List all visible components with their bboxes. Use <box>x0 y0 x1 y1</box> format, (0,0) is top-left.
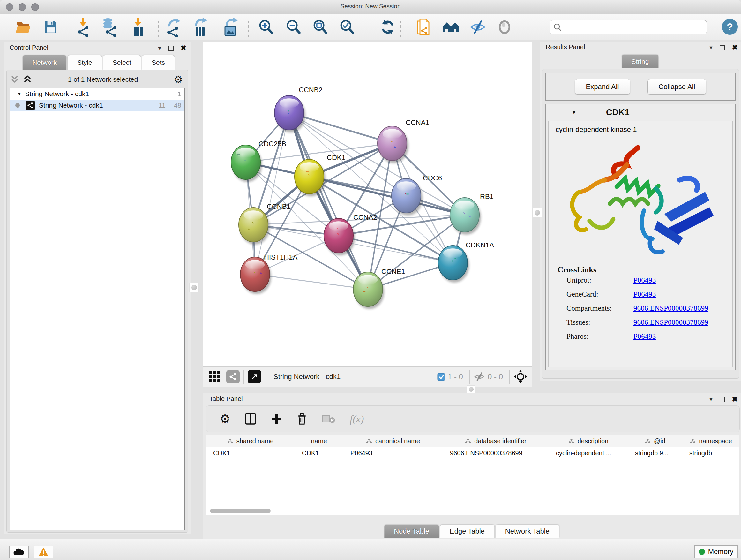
import-network-from-file-button[interactable] <box>73 17 94 37</box>
tab-style[interactable]: Style <box>67 55 102 70</box>
tab-edge-table[interactable]: Edge Table <box>440 524 495 538</box>
collapse-all-icon[interactable] <box>10 75 19 84</box>
selected-checkbox-icon[interactable] <box>437 373 445 381</box>
export-table-button[interactable] <box>190 17 211 37</box>
tab-select[interactable]: Select <box>103 55 141 70</box>
clone-network-button[interactable] <box>413 17 434 37</box>
open-session-button[interactable] <box>13 17 34 37</box>
panel-menu-icon[interactable]: ▾ <box>158 45 161 52</box>
tab-network-table[interactable]: Network Table <box>495 524 559 538</box>
table-cell[interactable]: stringdb <box>682 447 739 459</box>
gear-icon[interactable]: ⚙ <box>174 73 183 85</box>
table-cell[interactable]: 9606.ENSP00000378699 <box>443 447 549 459</box>
network-node-CDC6[interactable]: CDC6 <box>392 174 442 215</box>
float-panel-icon[interactable] <box>168 46 174 51</box>
tab-sets[interactable]: Sets <box>142 55 175 70</box>
crosslink-label: Uniprot: <box>566 276 633 285</box>
horizontal-scrollbar[interactable] <box>210 509 271 513</box>
network-collection-row[interactable]: ▾ String Network - cdk1 1 <box>10 88 185 100</box>
warnings-button[interactable] <box>33 546 53 558</box>
crosslink-link[interactable]: P06493 <box>633 290 656 299</box>
zoom-selected-button[interactable] <box>336 17 357 37</box>
close-panel-icon[interactable]: ✖ <box>732 395 738 403</box>
redraw-network-button[interactable] <box>377 17 398 37</box>
crosslink-link[interactable]: P06493 <box>633 332 656 341</box>
import-table-from-file-button[interactable] <box>128 17 149 37</box>
column-header-canonical-name[interactable]: canonical name <box>343 435 443 447</box>
table-cell[interactable]: cyclin-dependent ... <box>549 447 628 459</box>
tab-string[interactable]: String <box>622 54 659 68</box>
network-node-HIST1H1A[interactable]: HIST1H1A <box>240 253 297 294</box>
hidden-eye-icon[interactable] <box>474 372 485 382</box>
panel-menu-icon[interactable]: ▾ <box>710 396 713 403</box>
svg-text:CDK1: CDK1 <box>327 153 346 162</box>
close-panel-icon[interactable]: ✖ <box>732 44 738 52</box>
tab-network[interactable]: Network <box>22 55 67 70</box>
add-column-icon[interactable] <box>271 413 282 425</box>
left-splitter-handle[interactable] <box>189 283 199 292</box>
tab-node-table[interactable]: Node Table <box>384 524 439 538</box>
column-header-database-identifier[interactable]: database identifier <box>443 435 549 447</box>
home-view-button[interactable] <box>441 17 461 37</box>
column-header-namespace[interactable]: namespace <box>682 435 739 447</box>
show-columns-icon[interactable] <box>245 413 257 425</box>
table-cell[interactable]: P06493 <box>343 447 443 459</box>
zoom-fit-button[interactable] <box>310 17 331 37</box>
help-button[interactable]: ? <box>722 19 738 35</box>
column-header-description[interactable]: description <box>549 435 628 447</box>
cloud-status-button[interactable] <box>9 546 29 558</box>
zoom-out-button[interactable] <box>283 17 304 37</box>
right-splitter-handle[interactable] <box>532 208 542 217</box>
search-input[interactable] <box>562 23 699 31</box>
hide-graphics-details-button[interactable] <box>467 17 488 37</box>
table-cell[interactable]: CDK1 <box>295 447 343 459</box>
delete-column-icon[interactable] <box>296 413 308 425</box>
column-header-shared-name[interactable]: shared name <box>206 435 295 447</box>
string-network-graph[interactable]: CCNB2 CCNA1 CDC25B CDK1 CDC6 <box>203 42 532 366</box>
string-app-icon <box>25 101 35 110</box>
detach-view-button[interactable] <box>248 370 261 383</box>
export-network-button[interactable] <box>163 17 185 37</box>
delete-table-icon-disabled[interactable] <box>322 414 336 424</box>
crosslink-link[interactable]: 9606.ENSP00000378699 <box>633 318 709 327</box>
collapse-protein-icon[interactable]: ▾ <box>572 109 576 116</box>
float-panel-icon[interactable] <box>720 45 725 51</box>
network-node-CDKN1A[interactable]: CDKN1A <box>438 241 494 283</box>
float-panel-icon[interactable] <box>720 397 725 402</box>
panel-menu-icon[interactable]: ▾ <box>710 44 713 51</box>
import-network-from-database-button[interactable] <box>99 17 120 37</box>
network-node-CCNB2[interactable]: CCNB2 <box>274 86 323 132</box>
network-share-view-icon[interactable] <box>226 370 240 383</box>
expand-all-button[interactable]: Expand All <box>575 79 630 95</box>
node-table[interactable]: shared namenamecanonical namedatabase id… <box>206 435 739 515</box>
network-node-RB1[interactable]: RB1 <box>450 192 494 235</box>
table-cell[interactable]: stringdb:9... <box>628 447 682 459</box>
protein-card-header[interactable]: ▾ CDK1 <box>546 104 735 121</box>
grid-view-icon[interactable] <box>208 370 221 383</box>
crosslink-link[interactable]: P06493 <box>633 276 656 285</box>
close-panel-icon[interactable]: ✖ <box>181 44 186 52</box>
search-box[interactable] <box>550 20 707 34</box>
zoom-in-button[interactable] <box>255 17 276 37</box>
network-view-canvas[interactable]: CCNB2 CCNA1 CDC25B CDK1 CDC6 <box>203 42 532 367</box>
network-node-CCNE1[interactable]: CCNE1 <box>353 267 405 309</box>
column-header-@id[interactable]: @id <box>628 435 682 447</box>
table-settings-gear-icon[interactable]: ⚙ <box>219 412 230 426</box>
table-row[interactable]: CDK1CDK1P064939606.ENSP00000378699cyclin… <box>206 447 739 459</box>
table-cell[interactable]: CDK1 <box>206 447 295 459</box>
column-header-name[interactable]: name <box>295 435 343 447</box>
horizontal-splitter-handle[interactable] <box>467 385 475 393</box>
expand-all-icon[interactable] <box>23 75 32 84</box>
network-node-CDC25B[interactable]: CDC25B <box>231 140 286 182</box>
collapse-all-button[interactable]: Collapse All <box>648 79 706 95</box>
save-session-button[interactable] <box>40 17 61 37</box>
export-image-button[interactable] <box>220 17 241 37</box>
network-node-CCNA1[interactable]: CCNA1 <box>378 118 429 163</box>
function-builder-button-disabled[interactable]: f(x) <box>350 413 364 425</box>
collection-expand-icon[interactable]: ▾ <box>18 91 21 98</box>
crosshair-icon[interactable] <box>514 370 528 384</box>
memory-button[interactable]: Memory <box>694 545 738 558</box>
network-row[interactable]: String Network - cdk1 11 48 <box>10 100 185 111</box>
birds-eye-view-button[interactable] <box>494 17 515 37</box>
crosslink-link[interactable]: 9606.ENSP00000378699 <box>633 304 709 313</box>
